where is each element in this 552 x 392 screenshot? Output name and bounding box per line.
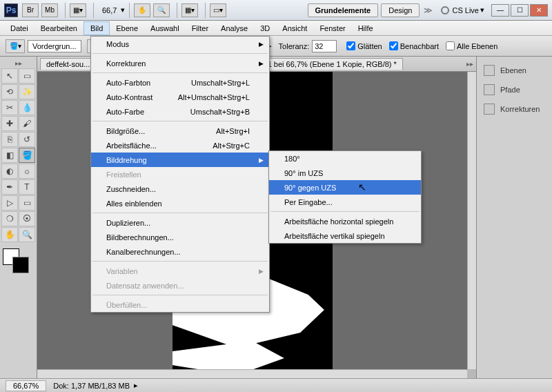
cslive-button[interactable]: CS Live▾ xyxy=(441,6,484,14)
bild-item-22: Überfüllen... xyxy=(91,297,269,312)
menu-item-label: 90° gegen UZS xyxy=(284,184,336,192)
titlebar: Ps Br Mb ▦▾ 66,7▾ ✋ 🔍 ▦▾ ▭▾ Grundelement… xyxy=(0,0,552,21)
screen-mode-button[interactable]: ▭▾ xyxy=(210,3,226,17)
hand-tool-button[interactable]: ✋ xyxy=(134,3,150,17)
antialias-checkbox[interactable] xyxy=(346,41,355,50)
hand-tool[interactable]: ✋ xyxy=(1,227,18,242)
contiguous-checkbox[interactable] xyxy=(389,41,398,50)
bild-item-10[interactable]: Bilddrehung▶ xyxy=(91,153,269,167)
menu-item-label: Duplizieren... xyxy=(106,219,150,227)
zoom-tool-button[interactable]: 🔍 xyxy=(153,3,170,17)
dodge-tool[interactable]: ☼ xyxy=(19,164,35,179)
zoom-tool[interactable]: 🔍 xyxy=(19,227,35,242)
statusbar: 66,67% Dok: 1,37 MB/1,83 MB▸ xyxy=(0,378,552,392)
menu-item-label: Arbeitsfläche vertikal spiegeln xyxy=(284,232,385,240)
fill-source-dropdown[interactable]: Vordergrun... xyxy=(28,40,81,52)
move-tool[interactable]: ↖ xyxy=(1,68,18,84)
status-zoom[interactable]: 66,67% xyxy=(6,380,46,391)
bucket-tool[interactable]: 🪣 xyxy=(19,148,35,163)
3d-camera-tool[interactable]: ⦿ xyxy=(19,211,35,226)
menu-filter[interactable]: Filter xyxy=(186,22,215,35)
stamp-tool[interactable]: ⎘ xyxy=(1,132,18,147)
bild-item-17[interactable]: Kanalberechnungen... xyxy=(91,244,269,259)
menu-datei[interactable]: Datei xyxy=(4,22,34,35)
bridge-button[interactable]: Br xyxy=(22,3,39,17)
workspace-design[interactable]: Design xyxy=(381,3,420,17)
toolbox-collapse[interactable]: ▸▸ xyxy=(1,59,35,68)
horizontal-scrollbar[interactable] xyxy=(37,369,467,378)
blur-tool[interactable]: ◐ xyxy=(1,164,18,179)
shape-tool[interactable]: ▭ xyxy=(19,195,35,210)
document-tab-1[interactable]: deffekt-sou... xyxy=(40,58,96,70)
menu-ebene[interactable]: Ebene xyxy=(110,22,144,35)
pen-tool[interactable]: ✒ xyxy=(1,179,18,195)
3d-tool[interactable]: ❍ xyxy=(1,211,18,226)
eyedropper-tool[interactable]: 💧 xyxy=(19,100,35,115)
menu-item-label: Bildgröße... xyxy=(106,127,145,135)
arrange-button[interactable]: ▦▾ xyxy=(70,3,86,17)
brush-tool[interactable]: 🖌 xyxy=(19,116,35,131)
menu-item-label: Überfüllen... xyxy=(106,301,147,309)
menu-ansicht[interactable]: Ansicht xyxy=(276,22,313,35)
panel-korrekturen[interactable]: Korrekturen xyxy=(477,99,552,119)
bild-item-0[interactable]: Modus▶ xyxy=(91,37,269,51)
menu-fenster[interactable]: Fenster xyxy=(313,22,351,35)
paths-icon xyxy=(484,84,495,95)
layers-icon xyxy=(484,65,495,76)
bilddrehung-item-0[interactable]: 180° xyxy=(269,151,421,166)
menu-analyse[interactable]: Analyse xyxy=(215,22,254,35)
type-tool[interactable]: T xyxy=(19,179,35,195)
window-close[interactable]: ✕ xyxy=(530,4,548,17)
color-swatches[interactable] xyxy=(1,248,33,275)
bilddrehung-item-5[interactable]: Arbeitsfläche horizontal spiegeln xyxy=(269,214,421,228)
window-minimize[interactable]: — xyxy=(491,4,509,17)
window-maximize[interactable]: ☐ xyxy=(511,4,529,17)
menu-bild[interactable]: Bild xyxy=(83,21,110,35)
menu-hilfe[interactable]: Hilfe xyxy=(352,22,379,35)
minibridge-button[interactable]: Mb xyxy=(41,3,58,17)
bild-item-5[interactable]: Auto-KontrastAlt+Umschalt+Strg+L xyxy=(91,90,269,104)
submenu-arrow-icon: ▶ xyxy=(259,41,264,48)
bild-item-8[interactable]: Bildgröße...Alt+Strg+I xyxy=(91,124,269,138)
bild-item-4[interactable]: Auto-FarbtonUmschalt+Strg+L xyxy=(91,75,269,90)
menu-auswahl[interactable]: Auswahl xyxy=(144,22,186,35)
workspace-more[interactable]: ≫ xyxy=(424,6,433,15)
menu-item-label: Variablen xyxy=(106,267,138,275)
bild-item-9[interactable]: Arbeitsfläche...Alt+Strg+C xyxy=(91,138,269,153)
vertical-scrollbar[interactable] xyxy=(467,72,476,369)
menu-3d[interactable]: 3D xyxy=(254,22,276,35)
bild-item-15[interactable]: Duplizieren... xyxy=(91,215,269,230)
bild-item-11: Freistellen xyxy=(91,167,269,182)
heal-tool[interactable]: ✚ xyxy=(1,116,18,131)
workspace-grundelemente[interactable]: Grundelemente xyxy=(308,3,379,17)
path-tool[interactable]: ▷ xyxy=(1,195,18,210)
bilddrehung-item-3[interactable]: Per Eingabe... xyxy=(269,195,421,209)
lasso-tool[interactable]: ⟲ xyxy=(1,84,18,99)
bild-item-16[interactable]: Bildberechnungen... xyxy=(91,230,269,244)
menu-bearbeiten[interactable]: Bearbeiten xyxy=(34,22,83,35)
panel-pfade[interactable]: Pfade xyxy=(477,80,552,99)
bild-item-6[interactable]: Auto-FarbeUmschalt+Strg+B xyxy=(91,104,269,119)
panel-ebenen[interactable]: Ebenen xyxy=(477,61,552,80)
tab-nav[interactable]: ▸▸ xyxy=(466,60,473,68)
background-swatch[interactable] xyxy=(12,257,29,273)
tolerance-field[interactable] xyxy=(312,40,337,52)
menu-item-label: Zuschneiden... xyxy=(106,185,156,193)
menu-bild-dropdown: Modus▶Korrekturen▶Auto-FarbtonUmschalt+S… xyxy=(90,36,270,313)
all-layers-checkbox[interactable] xyxy=(446,41,455,50)
bilddrehung-item-6[interactable]: Arbeitsfläche vertikal spiegeln xyxy=(269,228,421,243)
eraser-tool[interactable]: ◧ xyxy=(1,148,18,163)
bilddrehung-item-1[interactable]: 90° im UZS xyxy=(269,166,421,180)
current-tool-icon[interactable]: 🪣▾ xyxy=(6,39,25,53)
history-brush-tool[interactable]: ↺ xyxy=(19,132,35,147)
marquee-tool[interactable]: ▭ xyxy=(19,68,35,84)
extras-button[interactable]: ▦▾ xyxy=(181,3,198,17)
crop-tool[interactable]: ✂ xyxy=(1,100,18,115)
zoom-value[interactable]: 66,7 xyxy=(102,6,117,14)
wand-tool[interactable]: ✨ xyxy=(19,84,35,99)
menu-item-label: 180° xyxy=(284,155,300,163)
bild-item-12[interactable]: Zuschneiden... xyxy=(91,182,269,196)
bilddrehung-item-2[interactable]: 90° gegen UZS xyxy=(269,180,421,195)
bild-item-2[interactable]: Korrekturen▶ xyxy=(91,56,269,70)
bild-item-13[interactable]: Alles einblenden xyxy=(91,196,269,210)
